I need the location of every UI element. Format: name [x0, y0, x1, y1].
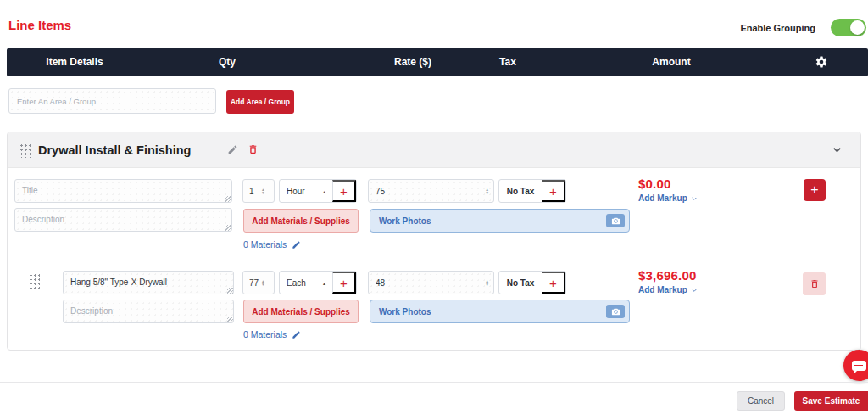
column-item-details: Item Details — [46, 48, 103, 76]
group-header: Drywall Install & Finishing — [8, 132, 860, 168]
camera-icon — [606, 214, 625, 227]
row1-add-line-item-button[interactable]: + — [804, 179, 826, 201]
row1-add-materials-button[interactable]: Add Materials / Supplies — [243, 209, 359, 233]
group-collapse-chevron-down-icon[interactable] — [831, 143, 843, 159]
row2-unit-group: Each▴ + — [279, 271, 357, 294]
edit-pencil-icon — [292, 240, 301, 250]
row2-materials-count-link[interactable]: 0 Materials — [243, 329, 301, 339]
add-area-group-button[interactable]: Add Area / Group — [226, 90, 294, 114]
edit-pencil-icon — [292, 330, 301, 339]
chevron-down-icon — [691, 195, 698, 202]
row2-rate-field: ▴▾ — [368, 271, 494, 294]
row1-qty-stepper: ▴▾ — [242, 179, 275, 203]
row1-rate-input[interactable] — [369, 187, 453, 196]
row2-delete-line-item-button[interactable] — [803, 272, 826, 295]
row2-qty-stepper: ▴▾ — [242, 271, 275, 294]
chat-widget-button[interactable] — [843, 350, 868, 381]
row1-amount-value: $0.00 — [638, 177, 698, 191]
enable-grouping-toggle[interactable] — [831, 19, 866, 36]
row1-rate-field: ▴▾ — [368, 179, 494, 203]
column-rate: Rate ($) — [394, 48, 431, 76]
toggle-knob-icon — [850, 20, 865, 35]
stepper-arrows-icon[interactable]: ▴▾ — [486, 279, 488, 286]
row2-description-input[interactable] — [63, 300, 234, 323]
page-title: Line Items — [8, 18, 71, 32]
trash-icon — [810, 278, 820, 289]
gear-icon[interactable] — [815, 55, 828, 69]
row1-tax-select[interactable]: No Tax — [499, 180, 542, 202]
enable-grouping-control: Enable Grouping — [740, 19, 866, 36]
row1-qty-input[interactable] — [243, 187, 262, 196]
row2-add-unit-plus-icon[interactable]: + — [332, 272, 356, 294]
row2-title-input[interactable]: Hang 5/8" Type-X Drywall — [63, 271, 234, 294]
row2-add-tax-plus-icon[interactable]: + — [542, 272, 565, 294]
row1-work-photos-button[interactable]: Work Photos — [370, 209, 630, 233]
row1-add-tax-plus-icon[interactable]: + — [542, 180, 565, 202]
camera-icon — [606, 305, 625, 318]
chat-bubble-icon — [852, 361, 866, 371]
group-drag-handle-icon[interactable] — [19, 143, 31, 158]
row1-add-markup-link[interactable]: Add Markup — [638, 193, 698, 203]
row1-add-unit-plus-icon[interactable]: + — [332, 180, 356, 202]
stepper-arrows-icon[interactable]: ▴▾ — [262, 279, 264, 286]
column-amount: Amount — [652, 48, 690, 76]
area-group-input[interactable] — [8, 88, 216, 114]
row1-title-input[interactable] — [14, 179, 232, 203]
row2-rate-input[interactable] — [369, 278, 453, 288]
cancel-button[interactable]: Cancel — [737, 391, 785, 411]
row2-tax-select[interactable]: No Tax — [499, 272, 542, 294]
column-tax: Tax — [499, 48, 516, 76]
row1-amount: $0.00 Add Markup — [638, 177, 698, 203]
stepper-arrows-icon[interactable]: ▴▾ — [262, 188, 264, 194]
row2-amount: $3,696.00 Add Markup — [638, 268, 698, 294]
group-card: Drywall Install & Finishing ▴▾ Hour▴ + — [7, 132, 861, 351]
enable-grouping-label: Enable Grouping — [740, 23, 815, 33]
row2-qty-input[interactable] — [243, 278, 262, 288]
dropdown-caret-icon: ▴ — [323, 188, 326, 194]
row1-materials-count-link[interactable]: 0 Materials — [243, 239, 301, 250]
row2-drag-handle-icon[interactable] — [29, 273, 40, 289]
line-items-page: Line Items Enable Grouping Item Details … — [0, 0, 868, 415]
column-qty: Qty — [219, 48, 236, 76]
row2-unit-select[interactable]: Each▴ — [280, 272, 332, 294]
row2-work-photos-button[interactable]: Work Photos — [370, 300, 630, 323]
table-header: Item Details Qty Rate ($) Tax Amount — [7, 48, 868, 76]
group-delete-trash-icon[interactable] — [248, 143, 259, 158]
group-title: Drywall Install & Finishing — [38, 143, 191, 157]
chevron-down-icon — [691, 287, 698, 294]
row2-add-materials-button[interactable]: Add Materials / Supplies — [243, 300, 359, 323]
group-edit-pencil-icon[interactable] — [227, 144, 238, 158]
row2-add-markup-link[interactable]: Add Markup — [638, 285, 698, 294]
row2-tax-group: No Tax + — [498, 271, 566, 294]
row1-unit-select[interactable]: Hour▴ — [280, 180, 332, 202]
row1-unit-group: Hour▴ + — [279, 179, 357, 203]
footer-divider — [0, 382, 868, 383]
save-estimate-button[interactable]: Save Estimate — [794, 391, 868, 411]
row2-amount-value: $3,696.00 — [638, 268, 698, 283]
row1-description-input[interactable] — [14, 208, 232, 232]
row1-tax-group: No Tax + — [498, 179, 566, 203]
dropdown-caret-icon: ▴ — [323, 280, 326, 286]
stepper-arrows-icon[interactable]: ▴▾ — [486, 188, 488, 194]
